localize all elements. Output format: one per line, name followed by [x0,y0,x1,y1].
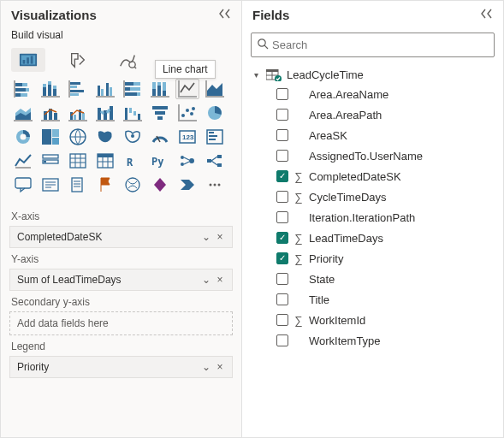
field-checkbox[interactable] [276,334,288,346]
remove-icon[interactable]: × [213,361,227,373]
viz-gauge-icon[interactable] [148,127,172,147]
viz-python-visual-icon[interactable]: Py [148,151,172,171]
field-row[interactable]: Area.AreaName [244,84,501,104]
viz-100stacked-bar-icon[interactable] [121,79,145,99]
viz-funnel-icon[interactable] [148,103,172,123]
field-label: LeadTimeDays [309,232,383,245]
svg-point-74 [190,112,193,115]
field-checkbox[interactable] [276,252,288,264]
sigma-icon: ∑ [294,252,304,265]
viz-key-influencers-icon[interactable] [175,151,199,171]
field-row[interactable]: ∑LeadTimeDays [244,228,501,248]
svg-point-72 [181,114,185,117]
viz-paginated-report-icon[interactable] [66,175,90,195]
field-checkbox[interactable] [276,109,288,121]
svg-rect-44 [178,96,197,98]
viz-multirow-card-icon[interactable] [203,127,227,147]
viz-powerapps-icon[interactable] [148,175,172,195]
svg-point-73 [186,109,189,112]
viz-table-icon[interactable] [66,151,90,171]
viz-line-stacked-column-icon[interactable] [39,103,62,123]
field-row[interactable]: ∑CycleTimeDays [244,186,501,207]
field-label: AssignedTo.UserName [309,150,423,163]
viz-100stacked-column-icon[interactable] [148,79,172,99]
viz-filled-map-icon[interactable] [93,127,117,147]
svg-point-78 [21,134,27,140]
svg-rect-11 [15,93,21,97]
remove-icon[interactable]: × [213,274,227,286]
xaxis-value: CompletedDateSK [17,231,199,243]
viz-automate-icon[interactable] [175,175,199,195]
svg-rect-58 [96,120,115,121]
field-checkbox[interactable] [276,273,288,285]
field-row[interactable]: ∑WorkItemId [244,310,501,330]
viz-waterfall-icon[interactable] [121,103,145,123]
viz-treemap-icon[interactable] [39,127,62,147]
field-row[interactable]: WorkItemType [244,330,501,351]
viz-ribbon-icon[interactable] [93,103,117,123]
viz-pie-icon[interactable] [203,103,227,123]
secondy-well[interactable]: Add data fields here [9,311,233,335]
viz-stacked-column-icon[interactable] [39,79,62,99]
field-checkbox[interactable] [276,232,288,244]
field-row[interactable]: ∑Priority [244,248,501,269]
field-row[interactable]: AreaSK [244,125,501,145]
viz-more-icon[interactable] [203,175,227,195]
viz-arcgis-map-icon[interactable] [121,175,145,195]
viz-area-chart-icon[interactable] [203,79,227,99]
viz-goals-icon[interactable] [93,175,117,195]
field-checkbox[interactable] [276,211,288,223]
field-checkbox[interactable] [276,88,288,100]
chevron-down-icon[interactable]: ▾ [251,70,261,80]
viz-slicer-icon[interactable] [39,151,62,171]
viz-r-visual-icon[interactable]: R [121,151,145,171]
viz-decomposition-tree-icon[interactable] [203,151,227,171]
viz-qa-icon[interactable] [11,175,35,195]
field-row[interactable]: Area.AreaPath [244,104,501,125]
fields-title: Fields [252,8,289,22]
viz-scatter-icon[interactable] [175,103,199,123]
viz-matrix-icon[interactable] [93,151,117,171]
svg-rect-55 [74,115,76,120]
viz-stacked-area-icon[interactable] [11,103,35,123]
viz-donut-icon[interactable] [11,127,35,147]
yaxis-well[interactable]: Sum of LeadTimeDays ⌄ × [9,269,233,291]
field-row[interactable]: AssignedTo.UserName [244,145,501,166]
viz-kpi-icon[interactable] [11,151,35,171]
chevron-down-icon[interactable]: ⌄ [199,231,213,243]
collapse-viz-icon[interactable] [219,8,231,22]
search-input[interactable] [269,37,489,53]
viz-card-icon[interactable]: 123 [175,127,199,147]
chevron-down-icon[interactable]: ⌄ [199,361,213,373]
viz-smart-narrative-icon[interactable] [39,175,62,195]
field-row[interactable]: State [244,269,501,289]
viz-line-chart-icon[interactable] [175,79,199,99]
viz-clustered-bar-icon[interactable] [66,79,90,99]
field-checkbox[interactable] [276,293,288,305]
field-checkbox[interactable] [276,191,288,203]
svg-rect-8 [22,83,27,86]
tab-analytics[interactable]: Line chart [110,48,145,72]
viz-clustered-column-icon[interactable] [93,79,117,99]
field-checkbox[interactable] [276,170,288,182]
collapse-fields-icon[interactable] [481,8,493,22]
remove-icon[interactable]: × [213,231,227,243]
field-checkbox[interactable] [276,150,288,162]
svg-rect-90 [43,155,58,158]
field-row[interactable]: Iteration.IterationPath [244,207,501,228]
field-checkbox[interactable] [276,314,288,326]
field-checkbox[interactable] [276,129,288,141]
field-row[interactable]: Title [244,289,501,310]
tab-format[interactable] [61,48,95,72]
search-input-wrapper[interactable] [251,33,495,57]
tab-build-visual[interactable] [11,48,45,72]
table-node[interactable]: ▾ LeadCycleTime [244,66,501,84]
chevron-down-icon[interactable]: ⌄ [199,274,213,286]
viz-line-clustered-column-icon[interactable] [66,103,90,123]
field-row[interactable]: ∑CompletedDateSK [244,166,501,186]
viz-stacked-bar-icon[interactable] [11,79,35,99]
viz-azure-map-icon[interactable] [121,127,145,147]
xaxis-well[interactable]: CompletedDateSK ⌄ × [9,226,233,248]
legend-well[interactable]: Priority ⌄ × [9,356,233,378]
viz-map-icon[interactable] [66,127,90,147]
